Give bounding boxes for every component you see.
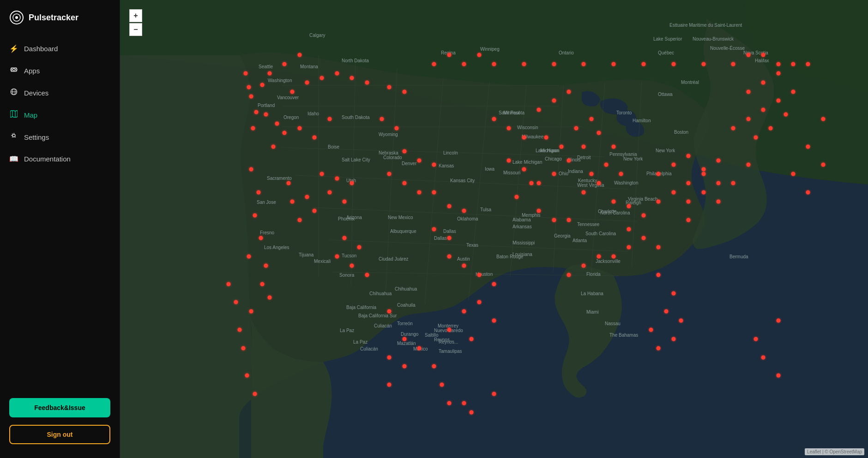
svg-text:Montana: Montana — [300, 64, 318, 69]
svg-text:Jacksonville: Jacksonville — [596, 259, 621, 264]
svg-text:San Jose: San Jose — [257, 200, 276, 205]
map-attribution: Leaflet | © OpenStreetMap — [805, 448, 864, 455]
svg-text:Washington: Washington — [614, 180, 638, 185]
svg-text:Lake Michigan: Lake Michigan — [512, 160, 542, 165]
svg-text:Nova Scotia: Nova Scotia — [743, 50, 768, 55]
svg-text:North Dakota: North Dakota — [342, 58, 369, 63]
svg-text:Esttuaire Maritime du Saint-La: Esttuaire Maritime du Saint-Laurent — [669, 23, 742, 28]
svg-text:Florida: Florida — [586, 272, 601, 277]
settings-icon — [9, 132, 18, 142]
zoom-in-button[interactable]: + — [129, 9, 142, 22]
svg-text:Charlotte: Charlotte — [598, 209, 617, 214]
sidebar-item-settings[interactable]: Settings — [0, 126, 120, 148]
svg-text:Tulsa: Tulsa — [480, 207, 492, 212]
svg-text:Nebraska: Nebraska — [379, 150, 398, 155]
sidebar-item-map[interactable]: Map — [0, 104, 120, 126]
svg-text:Nassau: Nassau — [605, 321, 621, 326]
svg-text:Ottawa: Ottawa — [658, 92, 673, 97]
svg-text:Baton Rouge: Baton Rouge — [496, 254, 524, 259]
svg-text:Boston: Boston — [674, 130, 688, 135]
svg-text:Boise: Boise — [328, 144, 339, 149]
svg-text:Culiacán: Culiacán — [374, 323, 392, 328]
sidebar-item-dashboard-label: Dashboard — [24, 45, 58, 53]
svg-text:La Paz: La Paz — [353, 339, 368, 345]
svg-text:Chihuahua: Chihuahua — [369, 291, 392, 296]
svg-text:Lincoln: Lincoln — [443, 150, 458, 155]
svg-text:Mexicali: Mexicali — [314, 259, 331, 264]
svg-text:Los Angeles: Los Angeles — [264, 245, 289, 250]
app-name: Pulsetracker — [29, 13, 78, 23]
svg-text:Baja California: Baja California — [346, 305, 376, 310]
sidebar-item-dashboard[interactable]: ⚡ Dashboard — [0, 38, 120, 59]
sidebar-item-apps[interactable]: Apps — [0, 59, 120, 82]
svg-text:Vancouver: Vancouver — [277, 95, 299, 100]
svg-text:Chicago: Chicago — [545, 156, 562, 161]
svg-text:Georgia: Georgia — [554, 233, 571, 238]
documentation-icon: 📖 — [9, 155, 18, 163]
svg-text:Wisconsin: Wisconsin — [517, 125, 538, 130]
svg-text:Montréal: Montréal — [681, 80, 699, 85]
svg-text:Washington: Washington — [268, 78, 292, 83]
svg-text:Ohio: Ohio — [559, 171, 569, 176]
svg-text:Dallas: Dallas — [443, 229, 456, 234]
svg-text:Nuevo Laredo: Nuevo Laredo — [434, 328, 463, 333]
nav-items: ⚡ Dashboard Apps Devices — [0, 33, 120, 391]
svg-text:Nouveau-Brunswick: Nouveau-Brunswick — [693, 36, 734, 42]
zoom-out-button[interactable]: − — [129, 23, 142, 36]
svg-text:New York: New York — [623, 156, 643, 161]
svg-text:Reynos...: Reynos... — [439, 339, 458, 345]
svg-text:Philadelphia: Philadelphia — [646, 171, 672, 176]
svg-text:Tucson: Tucson — [342, 253, 356, 258]
sign-out-button[interactable]: Sign out — [9, 425, 110, 444]
pulsetracker-logo-icon — [9, 10, 24, 25]
svg-text:Arkansas: Arkansas — [512, 224, 532, 229]
svg-text:Sacramento: Sacramento — [267, 176, 292, 181]
svg-text:Winnipeg: Winnipeg — [480, 47, 500, 52]
svg-text:Bermuda: Bermuda — [729, 254, 748, 259]
svg-text:Mazatlán: Mazatlán — [397, 341, 416, 346]
svg-text:South Dakota: South Dakota — [342, 115, 370, 120]
svg-text:Ciudad Juárez: Ciudad Juárez — [379, 256, 408, 262]
svg-text:Utah: Utah — [346, 178, 356, 183]
svg-text:Culiacán: Culiacán — [360, 346, 378, 351]
map-controls: + − — [129, 9, 142, 36]
sidebar-item-apps-label: Apps — [24, 67, 40, 75]
svg-text:Miami: Miami — [586, 309, 599, 315]
svg-text:Regina: Regina — [441, 50, 456, 55]
svg-text:Lake Superior: Lake Superior — [653, 36, 682, 42]
svg-text:Texas: Texas — [466, 243, 478, 248]
svg-text:Lake Huron: Lake Huron — [536, 148, 560, 153]
svg-text:New York: New York — [656, 148, 675, 153]
svg-text:The Bahamas: The Bahamas — [609, 333, 638, 338]
svg-text:Chihuahua: Chihuahua — [395, 286, 417, 291]
sidebar: Pulsetracker ⚡ Dashboard Apps — [0, 0, 120, 458]
svg-text:Alabama: Alabama — [512, 217, 531, 222]
sidebar-item-devices-label: Devices — [24, 89, 48, 97]
svg-text:Denver: Denver — [402, 161, 417, 166]
svg-text:Mississippi: Mississippi — [512, 240, 535, 245]
svg-text:Durango: Durango — [401, 332, 419, 337]
svg-text:Idaho: Idaho — [307, 111, 319, 116]
feedback-button[interactable]: Feedback&Issue — [9, 398, 110, 417]
map-container[interactable]: Seattle Portland Sacramento San Jose Fre… — [120, 0, 868, 458]
svg-text:Wyoming: Wyoming — [379, 132, 398, 137]
svg-text:Kansas: Kansas — [439, 163, 454, 168]
svg-text:Detroit: Detroit — [577, 155, 591, 160]
svg-text:Iowa: Iowa — [485, 167, 495, 172]
svg-marker-9 — [10, 110, 18, 118]
svg-text:Toronto: Toronto — [616, 110, 632, 115]
svg-point-2 — [15, 16, 18, 19]
svg-text:Hamilton: Hamilton — [633, 118, 651, 123]
svg-text:Tijuana: Tijuana — [299, 252, 314, 257]
svg-text:New Mexico: New Mexico — [388, 215, 413, 220]
svg-text:Minnesota: Minnesota — [503, 110, 525, 115]
svg-text:Calgary: Calgary — [309, 33, 325, 38]
svg-text:Nouvelle-Écosse: Nouvelle-Écosse — [710, 45, 745, 51]
svg-text:Kansas City: Kansas City — [450, 178, 475, 183]
svg-text:Seattle: Seattle — [259, 64, 273, 69]
sidebar-item-devices[interactable]: Devices — [0, 82, 120, 104]
dashboard-icon: ⚡ — [9, 44, 18, 53]
svg-text:Ontario: Ontario — [559, 50, 574, 55]
svg-text:Indiana: Indiana — [568, 169, 583, 174]
sidebar-item-documentation[interactable]: 📖 Documentation — [0, 148, 120, 170]
